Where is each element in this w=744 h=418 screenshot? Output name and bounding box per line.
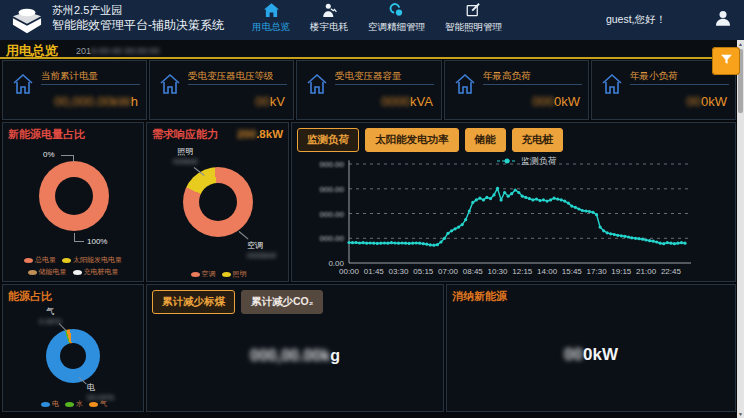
- nav-item-label: 楼宇电耗: [310, 21, 348, 34]
- house-icon: [11, 72, 35, 100]
- svg-text:000.00: 000.00: [320, 185, 345, 194]
- filter-button[interactable]: [712, 47, 740, 75]
- svg-text:000.00: 000.00: [320, 234, 345, 243]
- legend-swatch-icon: [65, 402, 74, 407]
- kpi-title: 年最小负荷: [630, 70, 678, 83]
- donut-hole: [55, 177, 93, 215]
- renewable-value: 000kW: [447, 345, 735, 365]
- main-nav: 用电总览 楼宇电耗 空调精细管理 智能照明管理: [252, 3, 502, 34]
- kpi-card-voltage-level: 受电变压器电压等级 00kV: [149, 60, 294, 120]
- kpi-underline: [483, 84, 582, 85]
- legend-item: 储能电量: [28, 267, 67, 277]
- callout-line: [61, 155, 73, 156]
- reduction-value: 000,00.00kg: [147, 347, 443, 365]
- energy-mix-panel: 能源占比 气0.00% 电00.00% 电水气: [2, 284, 144, 412]
- edit-square-icon: [466, 3, 481, 19]
- legend-swatch-icon: [191, 272, 200, 277]
- nav-item-lighting-management[interactable]: 智能照明管理: [445, 3, 502, 34]
- tab-co2-reduction[interactable]: 累计减少CO₂: [241, 290, 323, 314]
- nav-item-building-consumption[interactable]: 楼宇电耗: [310, 3, 348, 34]
- svg-text:000.00: 000.00: [320, 210, 345, 219]
- house-icon: [305, 72, 329, 100]
- energy-mix-donut-chart: [46, 329, 100, 383]
- donut-callout-hundred: 100%: [87, 237, 107, 247]
- nav-item-power-overview[interactable]: 用电总览: [252, 3, 290, 34]
- funnel-icon: [720, 52, 733, 70]
- tab-coal-reduction[interactable]: 累计减少标煤: [152, 290, 235, 314]
- legend-item: 空调: [191, 269, 216, 279]
- kpi-value: 0000kW: [532, 94, 580, 109]
- home-icon: [264, 3, 279, 19]
- person-activity-icon: [322, 3, 337, 19]
- panel-title: 新能源电量占比: [8, 127, 85, 142]
- kpi-value: 000kW: [687, 94, 727, 109]
- user-greeting: guest,您好！: [606, 13, 666, 27]
- user-avatar-icon[interactable]: [716, 10, 730, 30]
- kpi-underline: [188, 84, 287, 85]
- header-underline: [0, 57, 737, 59]
- kpi-card-transformer-capacity: 受电变压器容量 0000kVA: [296, 60, 442, 120]
- energy-mix-legend: 电水气: [3, 399, 145, 409]
- legend-item: 总电量: [24, 255, 56, 265]
- svg-text:05:15: 05:15: [413, 267, 434, 276]
- svg-text:22:45: 22:45: [661, 267, 682, 276]
- house-icon: [600, 72, 624, 100]
- legend-item: 充电桩电量: [73, 267, 119, 277]
- kpi-underline: [41, 84, 140, 85]
- legend-item: 照明: [222, 269, 247, 279]
- legend-swatch-icon: [28, 270, 37, 275]
- renewable-absorbed-panel: 消纳新能源 000kW: [446, 284, 736, 412]
- kpi-underline: [630, 84, 729, 85]
- panel-title: 消纳新能源: [452, 289, 507, 304]
- kpi-card-year-max-load: 年最高负荷 0000kW: [444, 60, 589, 120]
- nav-item-ac-management[interactable]: 空调精细管理: [368, 3, 425, 34]
- app-title-line2: 智能能效管理平台-辅助决策系统: [52, 18, 224, 33]
- new-energy-donut-chart: [39, 161, 109, 231]
- callout-line: [74, 241, 84, 242]
- kpi-card-current-energy: 当前累计电量 00,000.00kWh: [2, 60, 147, 120]
- legend-swatch-icon: [62, 258, 71, 263]
- kpi-title: 受电变压器容量: [335, 70, 402, 83]
- scroll-down-icon[interactable]: ▼: [737, 410, 744, 418]
- touch-icon: [389, 3, 404, 19]
- svg-text:00:00: 00:00: [339, 267, 360, 276]
- nav-item-label: 用电总览: [252, 21, 290, 34]
- top-navbar: 苏州2.5产业园 智能能效管理平台-辅助决策系统 用电总览 楼宇电耗 空调精: [0, 0, 744, 40]
- legend-item: 水: [65, 399, 83, 409]
- legend-item: 电: [41, 399, 59, 409]
- vertical-scrollbar[interactable]: ▲ ▼: [737, 40, 744, 418]
- donut-callout-lighting: 照明000kW: [173, 147, 198, 167]
- header-datetime: 2010-00-00 00:00:00: [76, 46, 160, 56]
- panel-title: 能源占比: [8, 289, 52, 304]
- demand-total-value: 200.8kW: [237, 128, 283, 140]
- svg-text:12:15: 12:15: [512, 267, 533, 276]
- legend-swatch-icon: [41, 402, 50, 407]
- donut-hole: [60, 343, 86, 369]
- demand-response-legend: 空调照明: [147, 269, 290, 279]
- legend-swatch-icon: [222, 272, 231, 277]
- svg-text:03:30: 03:30: [388, 267, 409, 276]
- new-energy-legend: 总电量太阳能发电电量储能电量充电桩电量: [5, 255, 141, 277]
- svg-text:08:45: 08:45: [463, 267, 484, 276]
- kpi-underline: [335, 84, 434, 85]
- svg-text:000.00: 000.00: [320, 160, 345, 169]
- legend-item: 太阳能发电电量: [62, 255, 122, 265]
- load-chart-svg: 0.00000.00000.00000.00000.0000:0001:4503…: [292, 123, 737, 283]
- kpi-title: 受电变压器电压等级: [188, 70, 274, 83]
- load-curve-panel: 监测负荷 太阳能发电功率 储能 充电桩 监测负荷 0.00000.00000.0…: [291, 122, 736, 282]
- svg-text:17:30: 17:30: [587, 267, 608, 276]
- kpi-title: 当前累计电量: [41, 70, 98, 83]
- callout-line: [239, 231, 249, 239]
- svg-text:19:15: 19:15: [611, 267, 632, 276]
- legend-swatch-icon: [89, 402, 98, 407]
- page-header: 用电总览 2010-00-00 00:00:00: [0, 40, 737, 58]
- app-logo-icon: [8, 5, 46, 39]
- dashboard-root: 苏州2.5产业园 智能能效管理平台-辅助决策系统 用电总览 楼宇电耗 空调精: [0, 0, 744, 418]
- kpi-value: 00,000.00kWh: [54, 94, 138, 109]
- demand-response-donut-chart: [183, 167, 253, 237]
- legend-swatch-icon: [24, 258, 33, 263]
- callout-line: [74, 233, 75, 241]
- emission-reduction-panel: 累计减少标煤 累计减少CO₂ 000,00.00kg: [146, 284, 444, 412]
- house-icon: [453, 72, 477, 100]
- donut-callout-ac: 空调0000kW: [247, 241, 276, 261]
